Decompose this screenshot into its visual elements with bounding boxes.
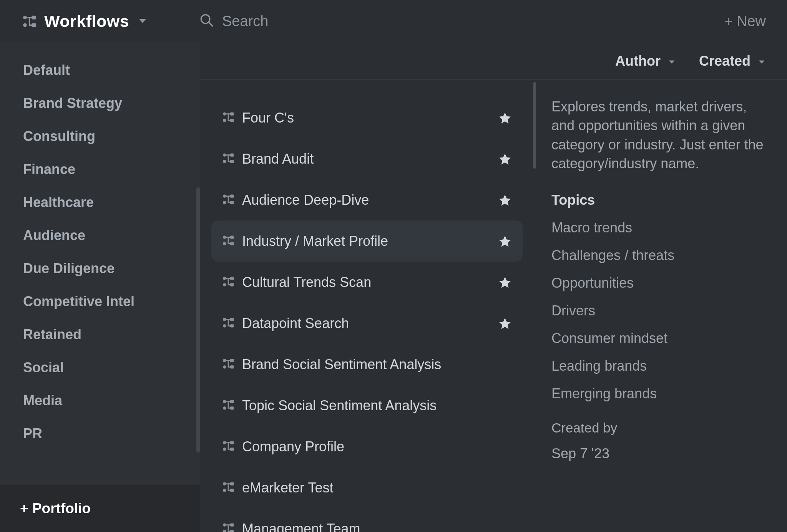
- new-button[interactable]: + New: [724, 13, 787, 30]
- sidebar-item[interactable]: Consulting: [0, 120, 200, 153]
- workflow-title: Datapoint Search: [242, 315, 490, 331]
- sidebar: DefaultBrand StrategyConsultingFinanceHe…: [0, 42, 200, 532]
- sidebar-item[interactable]: Social: [0, 351, 200, 384]
- workflow-title: Topic Social Sentiment Analysis: [242, 398, 511, 414]
- workflow-title: Brand Social Sentiment Analysis: [242, 356, 511, 373]
- detail-panel: Explores trends, market drivers, and opp…: [534, 80, 787, 532]
- workflow-title: Four C's: [242, 110, 490, 126]
- created-by-label: Created by: [551, 420, 766, 436]
- sidebar-item[interactable]: Competitive Intel: [0, 285, 200, 318]
- workflow-item[interactable]: Brand Audit: [211, 138, 523, 179]
- workflow-icon: [223, 523, 234, 532]
- workflow-description: Explores trends, market drivers, and opp…: [551, 97, 766, 173]
- app-switcher[interactable]: Workflows: [0, 12, 200, 31]
- add-portfolio-button[interactable]: + Portfolio: [0, 485, 200, 532]
- workflow-title: eMarketer Test: [242, 480, 511, 496]
- workflow-title: Brand Audit: [242, 151, 490, 167]
- created-date: Sep 7 '23: [551, 446, 766, 462]
- workflow-icon: [223, 358, 234, 371]
- scrollbar-thumb[interactable]: [533, 82, 536, 169]
- workflow-item[interactable]: eMarketer Test: [211, 467, 523, 508]
- star-icon[interactable]: [499, 235, 511, 247]
- workflow-item[interactable]: Audience Deep-Dive: [211, 179, 523, 220]
- app-title: Workflows: [44, 12, 129, 31]
- sidebar-item[interactable]: Due Diligence: [0, 252, 200, 285]
- workflow-item[interactable]: Datapoint Search: [211, 303, 523, 344]
- filter-created[interactable]: Created: [699, 53, 766, 69]
- star-icon[interactable]: [499, 153, 511, 165]
- workflow-icon: [223, 194, 234, 206]
- filter-author-label: Author: [615, 53, 661, 69]
- workflow-item[interactable]: Industry / Market Profile: [211, 220, 523, 262]
- workflow-item[interactable]: Cultural Trends Scan: [211, 262, 523, 303]
- topic-item: Leading brands: [551, 358, 766, 374]
- sidebar-item[interactable]: PR: [0, 417, 200, 450]
- workflow-item[interactable]: Company Profile: [211, 426, 523, 467]
- workflow-list: Four C'sBrand AuditAudience Deep-DiveInd…: [200, 80, 534, 532]
- topic-item: Macro trends: [551, 220, 766, 236]
- sidebar-item[interactable]: Healthcare: [0, 186, 200, 219]
- caret-down-icon: [138, 17, 148, 25]
- filter-author[interactable]: Author: [615, 53, 676, 69]
- caret-down-icon: [667, 53, 676, 69]
- caret-down-icon: [757, 53, 766, 69]
- sidebar-item[interactable]: Audience: [0, 219, 200, 252]
- workflow-icon: [223, 441, 234, 453]
- star-icon[interactable]: [499, 112, 511, 124]
- search-icon: [200, 13, 214, 29]
- topics-heading: Topics: [551, 192, 766, 208]
- scrollbar-thumb[interactable]: [196, 187, 200, 452]
- workflow-icon: [223, 112, 234, 124]
- workflow-item[interactable]: Topic Social Sentiment Analysis: [211, 385, 523, 426]
- search-area: [200, 13, 724, 30]
- sidebar-item[interactable]: Default: [0, 54, 200, 87]
- workflow-icon: [223, 276, 234, 288]
- workflow-title: Cultural Trends Scan: [242, 274, 490, 290]
- workflow-item[interactable]: Four C's: [211, 97, 523, 138]
- workflow-icon: [223, 235, 234, 247]
- topic-item: Emerging brands: [551, 386, 766, 402]
- workflow-icon: [23, 15, 36, 28]
- sidebar-item[interactable]: Finance: [0, 153, 200, 186]
- topic-item: Opportunities: [551, 275, 766, 291]
- workflow-icon: [223, 482, 234, 494]
- topic-item: Consumer mindset: [551, 330, 766, 346]
- star-icon[interactable]: [499, 317, 511, 330]
- workflow-title: Audience Deep-Dive: [242, 192, 490, 208]
- sidebar-item[interactable]: Media: [0, 384, 200, 417]
- workflow-icon: [223, 153, 234, 165]
- workflow-title: Management Team: [242, 521, 511, 532]
- workflow-icon: [223, 399, 234, 412]
- sidebar-item[interactable]: Brand Strategy: [0, 87, 200, 120]
- workflow-item[interactable]: Management Team: [211, 508, 523, 532]
- workflow-title: Company Profile: [242, 439, 511, 455]
- topic-item: Challenges / threats: [551, 247, 766, 264]
- search-input[interactable]: [222, 13, 724, 30]
- filter-created-label: Created: [699, 53, 750, 69]
- topic-item: Drivers: [551, 303, 766, 319]
- workflow-icon: [223, 317, 234, 330]
- top-bar: Workflows + New: [0, 0, 787, 42]
- star-icon[interactable]: [499, 194, 511, 206]
- sidebar-item[interactable]: Retained: [0, 318, 200, 351]
- workflow-title: Industry / Market Profile: [242, 233, 490, 249]
- workflow-item[interactable]: Brand Social Sentiment Analysis: [211, 344, 523, 385]
- filter-bar: Author Created: [200, 42, 787, 80]
- star-icon[interactable]: [499, 276, 511, 288]
